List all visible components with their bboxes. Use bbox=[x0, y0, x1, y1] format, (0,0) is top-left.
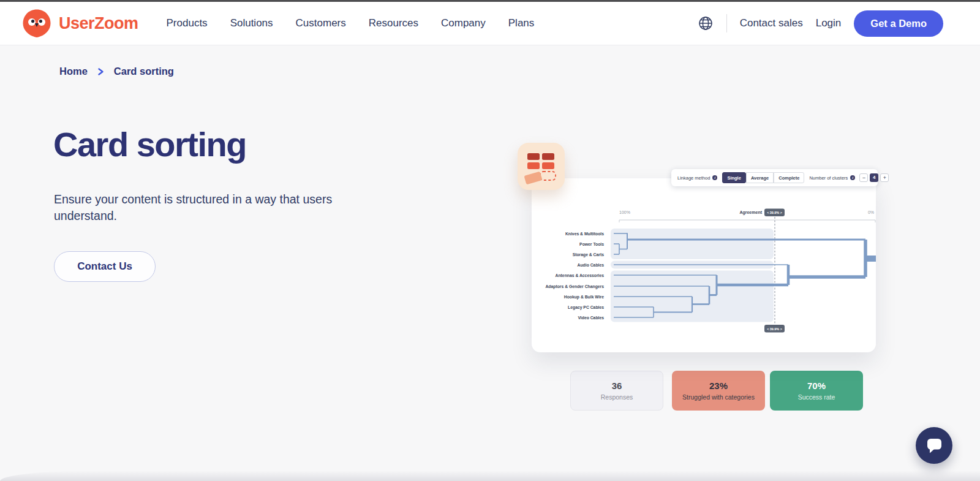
success-rate-label: Success rate bbox=[798, 393, 835, 401]
nav-plans[interactable]: Plans bbox=[508, 17, 535, 29]
chart-toolbar: Linkage method i Single Average Complete… bbox=[671, 169, 878, 186]
row-label: Storage & Carts bbox=[573, 252, 605, 257]
userzoom-logo[interactable]: UserZoom bbox=[22, 9, 138, 38]
card-sorting-icon bbox=[518, 143, 565, 190]
header-divider bbox=[726, 14, 727, 32]
login-link[interactable]: Login bbox=[816, 17, 842, 29]
dendrogram-chart: 100% 0% Agreement Knives & Multitools Po… bbox=[532, 178, 876, 352]
get-a-demo-button[interactable]: Get a Demo bbox=[854, 10, 943, 37]
chat-launcher-button[interactable] bbox=[916, 427, 952, 464]
nav-products[interactable]: Products bbox=[167, 17, 208, 29]
row-label: Hookup & Bulk Wire bbox=[564, 295, 604, 300]
breadcrumb-current: Card sorting bbox=[114, 66, 174, 77]
success-rate-value: 70% bbox=[807, 381, 826, 391]
dendrogram-card: 100% 0% Agreement Knives & Multitools Po… bbox=[532, 178, 876, 352]
header-actions: Contact sales Login Get a Demo bbox=[698, 10, 943, 37]
hero-description: Ensure your content is structured in a w… bbox=[54, 191, 342, 224]
agreement-label: Agreement bbox=[739, 210, 762, 215]
responses-label: Responses bbox=[601, 393, 633, 401]
number-of-clusters-label: Number of clusters bbox=[809, 175, 848, 181]
main-nav: Products Solutions Customers Resources C… bbox=[167, 17, 535, 29]
row-label: Adaptors & Gender Changers bbox=[545, 284, 604, 289]
card-sorting-glyph bbox=[518, 143, 565, 190]
agreement-badge-top-value: < 39.9% > bbox=[767, 211, 782, 214]
struggled-stat-card: 23% Struggled with categories bbox=[672, 371, 765, 411]
nav-company[interactable]: Company bbox=[441, 17, 486, 29]
page-title: Card sorting bbox=[53, 124, 246, 164]
row-label: Antennas & Accessories bbox=[556, 273, 605, 278]
agreement-badge-bottom-value: < 39.9% > bbox=[767, 327, 782, 331]
row-label: Power Tools bbox=[579, 242, 604, 246]
logo-wordmark: UserZoom bbox=[59, 14, 138, 33]
responses-value: 36 bbox=[612, 381, 622, 391]
row-label: Legacy PC Cables bbox=[568, 305, 604, 310]
chat-bubble-icon bbox=[924, 435, 944, 456]
window-top-edge bbox=[0, 0, 980, 2]
info-icon[interactable]: i bbox=[712, 175, 717, 180]
linkage-complete-button[interactable]: Complete bbox=[774, 172, 804, 183]
struggled-value: 23% bbox=[709, 381, 728, 391]
contact-us-button[interactable]: Contact Us bbox=[54, 251, 156, 282]
nav-solutions[interactable]: Solutions bbox=[230, 17, 273, 29]
linkage-average-button[interactable]: Average bbox=[746, 172, 774, 183]
linkage-single-button[interactable]: Single bbox=[722, 172, 746, 183]
nav-resources[interactable]: Resources bbox=[369, 17, 418, 29]
next-section-edge bbox=[0, 471, 980, 481]
clusters-decrement-button[interactable]: − bbox=[859, 173, 868, 182]
clusters-value: 4 bbox=[870, 173, 878, 182]
info-icon[interactable]: i bbox=[850, 175, 855, 180]
clusters-stepper: − 4 + bbox=[859, 173, 889, 182]
breadcrumb-home[interactable]: Home bbox=[59, 66, 88, 77]
success-rate-stat-card: 70% Success rate bbox=[770, 371, 863, 411]
axis-left-label: 100% bbox=[619, 210, 630, 214]
language-globe-icon[interactable] bbox=[698, 15, 714, 31]
struggled-label: Struggled with categories bbox=[682, 393, 755, 401]
axis-right-label: 0% bbox=[868, 210, 874, 214]
row-label: Knives & Multitools bbox=[565, 232, 604, 236]
row-label: Audio Cables bbox=[578, 263, 605, 267]
breadcrumb: Home Card sorting bbox=[59, 66, 174, 77]
clusters-increment-button[interactable]: + bbox=[880, 173, 889, 182]
contact-sales-link[interactable]: Contact sales bbox=[740, 17, 803, 29]
owl-logo-icon bbox=[22, 9, 51, 38]
row-label: Video Cables bbox=[578, 316, 604, 320]
nav-customers[interactable]: Customers bbox=[296, 17, 346, 29]
linkage-segmented-control: Single Average Complete bbox=[722, 172, 804, 183]
linkage-method-label: Linkage method bbox=[677, 175, 710, 181]
site-header: UserZoom Products Solutions Customers Re… bbox=[0, 2, 980, 45]
breadcrumb-chevron-icon bbox=[97, 67, 104, 76]
responses-stat-card: 36 Responses bbox=[570, 371, 663, 411]
